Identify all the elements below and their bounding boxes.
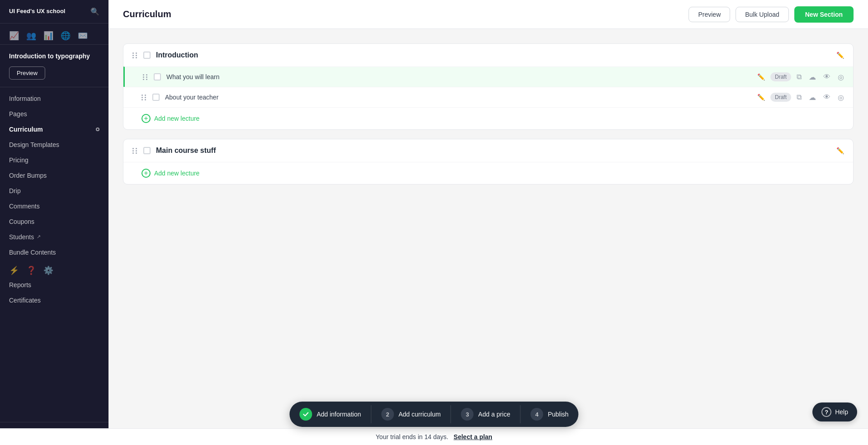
analytics-icon[interactable]: 📈 [9,31,19,41]
preview-lecture-icon-1[interactable]: 👁 [823,73,830,81]
step-3-label: Add a price [478,411,510,418]
question-icon[interactable]: ❓ [26,265,36,275]
trial-bar: Your trial ends in 14 days. Select a pla… [0,428,868,445]
progress-bar: Add information 2 Add curriculum 3 Add a… [289,402,578,427]
page-title: Curriculum [123,9,171,19]
section-header-main: Main course stuff ✏️ [123,139,853,162]
section-title-introduction: Introduction [156,51,831,59]
course-title: Introduction to typography [9,52,99,61]
lecture-title-1: What you will learn [166,73,752,80]
sidebar-item-comments[interactable]: Comments [0,199,108,214]
add-lecture-button-2[interactable]: + Add new lecture [142,169,199,178]
progress-step-publish[interactable]: 4 Publish [521,402,579,427]
edit-lecture-icon-2[interactable]: ✏️ [757,94,765,101]
section-title-main: Main course stuff [156,147,831,155]
lecture-checkbox-1[interactable] [154,73,161,80]
progress-step-add-info[interactable]: Add information [289,402,371,427]
sidebar-item-drip[interactable]: Drip [0,183,108,199]
drag-handle[interactable] [132,52,138,58]
step-2-label: Add curriculum [398,411,440,418]
dashboard-icon[interactable]: 📊 [43,31,53,41]
progress-bar-wrapper: Add information 2 Add curriculum 3 Add a… [289,402,578,427]
external-link-icon: ↗ [37,234,41,240]
lecture-drag-handle-2[interactable] [142,95,147,100]
sidebar-header: UI Feed's UX school 🔍 [0,0,108,24]
bulk-upload-button[interactable]: Bulk Upload [736,7,789,22]
add-circle-icon-1: + [142,114,151,123]
step-2-num: 2 [381,408,394,421]
edit-lecture-icon-1[interactable]: ✏️ [757,73,765,80]
add-circle-icon-2: + [142,169,151,178]
step-1-num [299,408,312,421]
progress-step-add-price[interactable]: 3 Add a price [451,402,520,427]
active-indicator [96,128,99,131]
preview-button[interactable]: Preview [689,7,730,22]
sidebar-nav: Information Pages Curriculum Design Temp… [0,87,108,422]
upload-icon-2[interactable]: ☁ [809,93,816,102]
section-card-main: Main course stuff ✏️ + Add new lecture [123,139,854,185]
sidebar-item-bundle-contents[interactable]: Bundle Contents [0,245,108,260]
progress-step-add-curriculum[interactable]: 2 Add curriculum [371,402,450,427]
lecture-checkbox-2[interactable] [152,94,160,101]
edit-section-icon-introduction[interactable]: ✏️ [836,52,844,59]
sidebar: UI Feed's UX school 🔍 📈 👥 📊 🌐 ✉️ Introdu… [0,0,108,445]
curriculum-content: Introduction ✏️ What you will learn ✏️ D… [108,29,868,445]
globe-icon[interactable]: 🌐 [61,31,71,41]
lecture-row-about-your-teacher: About your teacher ✏️ Draft ⧉ ☁ 👁 ◎ [123,87,853,107]
section-checkbox-main[interactable] [143,147,151,154]
lecture-actions-1: ⧉ ☁ 👁 ◎ [797,73,844,81]
new-section-button[interactable]: New Section [794,6,854,23]
course-info: Introduction to typography Preview [0,45,108,87]
sidebar-item-information[interactable]: Information [0,91,108,106]
draft-badge-1: Draft [770,72,791,81]
main-content: Curriculum Preview Bulk Upload New Secti… [108,0,868,445]
settings2-icon[interactable]: ⚙️ [43,265,53,275]
add-lecture-row-2: + Add new lecture [123,162,853,184]
edit-section-icon-main[interactable]: ✏️ [836,147,844,154]
sidebar-item-certificates[interactable]: Certificates [0,293,108,308]
lecture-row-what-you-will-learn: What you will learn ✏️ Draft ⧉ ☁ 👁 ◎ [123,66,853,87]
upload-icon-1[interactable]: ☁ [809,73,816,81]
drag-handle-main[interactable] [132,148,138,154]
preview-lecture-icon-2[interactable]: 👁 [823,93,830,101]
sidebar-item-students[interactable]: Students ↗ [0,229,108,245]
sidebar-item-design-templates[interactable]: Design Templates [0,137,108,152]
add-lecture-row-1: + Add new lecture [123,107,853,129]
select-plan-link[interactable]: Select a plan [453,433,492,440]
help-circle-icon: ? [821,407,831,417]
sidebar-item-pricing[interactable]: Pricing [0,152,108,168]
draft-badge-2: Draft [770,93,791,102]
section-checkbox-introduction[interactable] [143,52,151,59]
lecture-drag-handle[interactable] [143,74,148,80]
lecture-actions-2: ⧉ ☁ 👁 ◎ [797,93,844,102]
users-icon[interactable]: 👥 [26,31,36,41]
sidebar-item-reports[interactable]: Reports [0,277,108,293]
topbar-actions: Preview Bulk Upload New Section [689,6,854,23]
step-4-label: Publish [548,411,569,418]
sidebar-item-order-bumps[interactable]: Order Bumps [0,168,108,183]
status-icon-1[interactable]: ◎ [838,73,844,81]
sidebar-item-coupons[interactable]: Coupons [0,214,108,229]
step-1-label: Add information [316,411,361,418]
sidebar-logo: UI Feed's UX school [9,8,65,15]
search-icon[interactable]: 🔍 [90,7,99,16]
sidebar-item-curriculum[interactable]: Curriculum [0,122,108,137]
add-lecture-button-1[interactable]: + Add new lecture [142,114,199,123]
section-card-introduction: Introduction ✏️ What you will learn ✏️ D… [123,43,854,130]
sidebar-item-pages[interactable]: Pages [0,106,108,122]
mail-icon[interactable]: ✉️ [78,31,88,41]
lecture-title-2: About your teacher [165,94,752,101]
section-header-introduction: Introduction ✏️ [123,44,853,66]
status-icon-2[interactable]: ◎ [838,93,844,102]
help-button[interactable]: ? Help [812,402,857,421]
sidebar-preview-button[interactable]: Preview [9,66,45,80]
lightning-icon[interactable]: ⚡ [9,265,19,275]
step-3-num: 3 [461,408,474,421]
step-4-num: 4 [531,408,543,421]
duplicate-icon-1[interactable]: ⧉ [797,73,802,81]
topbar: Curriculum Preview Bulk Upload New Secti… [108,0,868,29]
duplicate-icon-2[interactable]: ⧉ [797,93,802,101]
